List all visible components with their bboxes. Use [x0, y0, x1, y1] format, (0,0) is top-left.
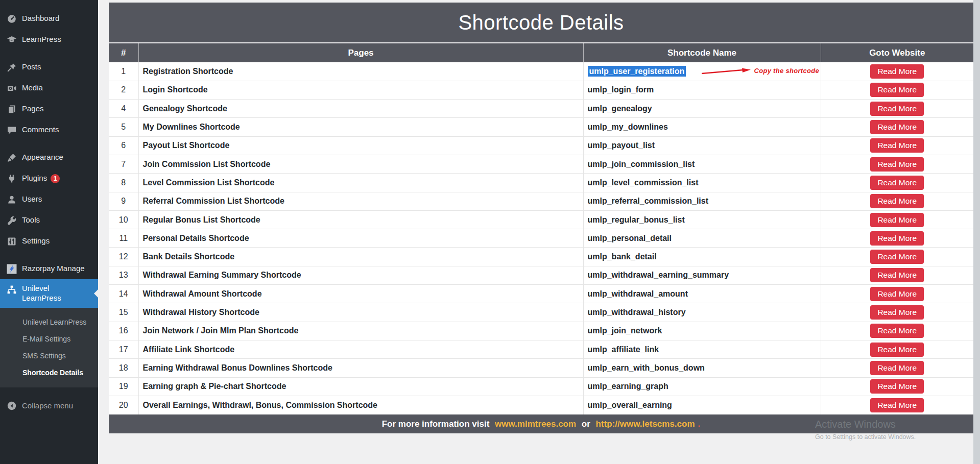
read-more-button[interactable]: Read More — [870, 194, 924, 208]
page-name: Join Network / Join Mlm Plan Shortcode — [138, 322, 583, 340]
table-row: 2Login Shortcodeumlp_login_formRead More — [109, 81, 973, 99]
shortcode-selected-text: umlp_user_registeration — [588, 66, 686, 77]
page-name: Registration Shortcode — [138, 62, 583, 81]
wordpress-admin-page: DashboardLearnPressPostsMediaPagesCommen… — [0, 0, 980, 464]
sidebar-item-label: Pages — [22, 104, 44, 114]
submenu-item-unilevel-learnpress[interactable]: Unilevel LearnPress — [0, 314, 98, 331]
page-title-bar: Shortcode Details — [109, 3, 973, 42]
sidebar-item-posts[interactable]: Posts — [0, 57, 98, 78]
shortcode-name: umlp_my_downlines — [583, 118, 821, 136]
footer-text: For more information visit — [382, 419, 490, 429]
plugins-update-badge: 1 — [51, 174, 60, 183]
media-icon — [6, 83, 17, 93]
read-more-button[interactable]: Read More — [870, 361, 924, 375]
learnpress-icon — [6, 35, 17, 45]
read-more-button[interactable]: Read More — [870, 343, 924, 357]
shortcode-name: umlp_payout_list — [583, 136, 821, 155]
row-number: 17 — [109, 340, 138, 358]
watermark-line2: Go to Settings to activate Windows. — [815, 433, 916, 441]
read-more-button[interactable]: Read More — [870, 305, 924, 320]
read-more-button[interactable]: Read More — [870, 231, 924, 246]
shortcode-name: umlp_bank_detail — [583, 248, 821, 266]
read-more-button[interactable]: Read More — [870, 64, 924, 79]
vertical-scrollbar[interactable] — [973, 0, 980, 464]
read-more-button[interactable]: Read More — [870, 213, 924, 227]
page-name: Regular Bonus List Shortcode — [138, 210, 583, 229]
sidebar-item-tools[interactable]: Tools — [0, 210, 98, 231]
sidebar-item-label: Settings — [22, 236, 50, 246]
read-more-button[interactable]: Read More — [870, 138, 924, 153]
submenu-item-email-settings[interactable]: E-Mail Settings — [0, 331, 98, 348]
read-more-button[interactable]: Read More — [870, 120, 924, 134]
sidebar-item-users[interactable]: Users — [0, 189, 98, 210]
table-row: 6Payout List Shortcodeumlp_payout_listRe… — [109, 136, 973, 155]
collapse-menu-button[interactable]: Collapse menu — [0, 396, 98, 417]
goto-website-cell: Read More — [821, 285, 973, 303]
letscms-link[interactable]: http://www.letscms.com — [596, 419, 695, 429]
table-row: 10Regular Bonus List Shortcodeumlp_regul… — [109, 210, 973, 229]
read-more-button[interactable]: Read More — [870, 379, 924, 394]
sidebar-item-label: Media — [22, 83, 43, 93]
read-more-button[interactable]: Read More — [870, 176, 924, 190]
sidebar-item-appearance[interactable]: Appearance — [0, 147, 98, 168]
table-row: 15Withdrawal History Shortcodeumlp_withd… — [109, 303, 973, 322]
sidebar-item-pages[interactable]: Pages — [0, 99, 98, 119]
shortcode-name: umlp_withdrawal_amount — [583, 285, 821, 303]
mlmtrees-link[interactable]: www.mlmtrees.com — [495, 419, 576, 429]
read-more-button[interactable]: Read More — [870, 102, 924, 116]
page-name: Earning Withdrawal Bonus Downlines Short… — [138, 359, 583, 377]
table-row: 13Withdrawal Earning Summary Shortcodeum… — [109, 266, 973, 284]
sidebar-item-razorpay[interactable]: Razorpay Manage — [0, 258, 98, 279]
goto-website-cell: Read More — [821, 359, 973, 377]
col-header-shortcode-name: Shortcode Name — [583, 43, 821, 62]
page-name: Bank Details Shortcode — [138, 248, 583, 266]
admin-sidebar: DashboardLearnPressPostsMediaPagesCommen… — [0, 0, 98, 464]
sidebar-item-plugins[interactable]: Plugins1 — [0, 168, 98, 189]
read-more-button[interactable]: Read More — [870, 324, 924, 338]
sidebar-item-media[interactable]: Media — [0, 78, 98, 99]
table-row: 20Overall Earnings, Withdrawl, Bonus, Co… — [109, 396, 973, 414]
read-more-button[interactable]: Read More — [870, 287, 924, 301]
page-name: Withdrawal Amount Shortcode — [138, 285, 583, 303]
page-name: Withdrawal Earning Summary Shortcode — [138, 266, 583, 284]
row-number: 1 — [109, 62, 138, 81]
sidebar-item-dashboard[interactable]: Dashboard — [0, 8, 98, 29]
read-more-button[interactable]: Read More — [870, 398, 924, 412]
page-name: Join Commission List Shortcode — [138, 155, 583, 173]
table-row: 16Join Network / Join Mlm Plan Shortcode… — [109, 322, 973, 340]
page-title: Shortcode Details — [458, 11, 624, 34]
read-more-button[interactable]: Read More — [870, 83, 924, 97]
read-more-button[interactable]: Read More — [870, 268, 924, 282]
sidebar-item-label: Appearance — [22, 153, 63, 162]
comment-bubble-icon — [6, 125, 17, 135]
paintbrush-icon — [6, 153, 17, 163]
read-more-button[interactable]: Read More — [870, 157, 924, 172]
goto-website-cell: Read More — [821, 81, 973, 99]
page-name: Withdrawal History Shortcode — [138, 303, 583, 322]
read-more-button[interactable]: Read More — [870, 250, 924, 264]
col-header-pages: Pages — [138, 43, 583, 62]
page-name: My Downlines Shortcode — [138, 118, 583, 136]
submenu-item-shortcode-details[interactable]: Shortcode Details — [0, 364, 98, 381]
sidebar-item-settings[interactable]: Settings — [0, 231, 98, 252]
sidebar-item-label: Dashboard — [22, 14, 59, 23]
user-icon — [6, 194, 17, 205]
shortcode-name: umlp_earning_graph — [583, 377, 821, 396]
goto-website-cell: Read More — [821, 266, 973, 284]
shortcode-name: umlp_login_form — [583, 81, 821, 99]
annotation-arrow-icon — [701, 67, 752, 78]
sidebar-item-comments[interactable]: Comments — [0, 119, 98, 140]
content-area: Shortcode Details # Pages Shortcode Name… — [109, 3, 973, 433]
pages-icon — [6, 104, 17, 114]
table-row: 4Genealogy Shortcodeumlp_genealogyRead M… — [109, 100, 973, 118]
goto-website-cell: Read More — [821, 229, 973, 248]
sidebar-item-learnpress[interactable]: LearnPress — [0, 29, 98, 50]
submenu-item-sms-settings[interactable]: SMS Settings — [0, 348, 98, 364]
sidebar-item-unilevel[interactable]: Unilevel LearnPress — [0, 279, 98, 308]
shortcode-name: umlp_join_network — [583, 322, 821, 340]
shortcode-name: umlp_earn_with_bonus_down — [583, 359, 821, 377]
sidebar-item-label: Unilevel LearnPress — [22, 284, 73, 303]
page-name: Level Commission List Shortcode — [138, 174, 583, 192]
goto-website-cell: Read More — [821, 155, 973, 173]
table-header-row: # Pages Shortcode Name Goto Website — [109, 43, 973, 62]
